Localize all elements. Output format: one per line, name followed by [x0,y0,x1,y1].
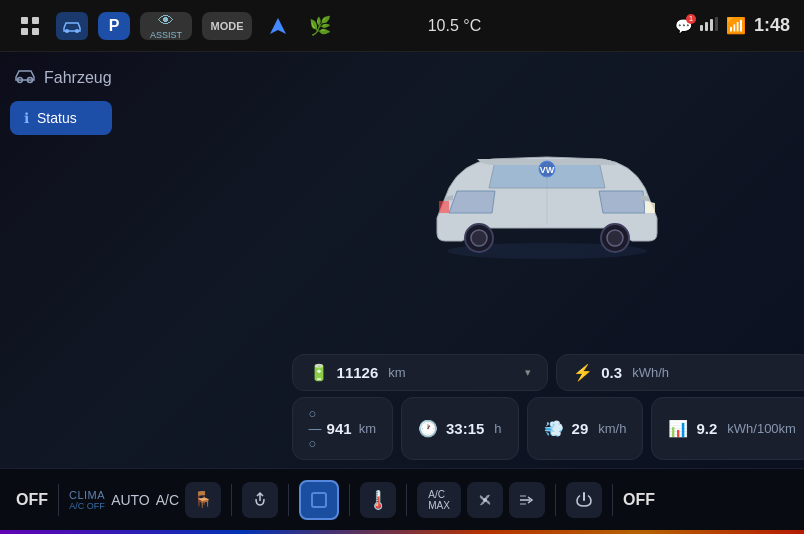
svg-rect-8 [705,22,708,31]
svg-rect-7 [700,25,703,31]
divider-1 [58,484,59,516]
svg-marker-6 [270,18,286,34]
off-label: OFF [16,491,48,509]
section-title: Fahrzeug [10,66,112,89]
svg-rect-0 [21,17,28,24]
divider-3 [288,484,289,516]
temp-icon[interactable]: 🌡️ [360,482,396,518]
eco-icon[interactable]: 🌿 [304,12,336,40]
consumption-unit: kWh/h [632,365,669,380]
airflow-icon[interactable] [509,482,545,518]
auto-label: AUTO [111,492,150,508]
duration-card: 🕐 33:15 h [401,397,519,460]
divider-2 [231,484,232,516]
parking-icon[interactable]: P [98,12,130,40]
info-icon: ℹ [24,110,29,126]
avg-value: 9.2 [696,420,717,437]
mode-icon[interactable]: MODE [202,12,252,40]
stat-row-1: 🔋 11126 km ▾ ⚡ 0.3 kWh/h [292,354,804,391]
speed-value: 29 [572,420,589,437]
svg-point-15 [471,230,487,246]
ac-max-btn[interactable]: A/CMAX [417,482,461,518]
seat-icon[interactable]: 🪑 [185,482,221,518]
control-bar: OFF CLIMA A/C OFF AUTO A/C 🪑 🌡️ A/CMAX [0,468,804,530]
range-value: 941 [327,420,352,437]
odometer-card[interactable]: 🔋 11126 km ▾ [292,354,549,391]
vehicle-icon [14,66,36,89]
consumption-value: 0.3 [601,364,622,381]
clock-icon: 🕐 [418,419,438,438]
avg-consumption-card: 📊 9.2 kWh/100km [651,397,804,460]
status-menu-item[interactable]: ℹ Status [10,101,112,135]
odometer-unit: km [388,365,405,380]
assist-icon[interactable]: 👁 ASSIST [140,12,192,40]
chevron-down-icon[interactable]: ▾ [525,366,531,379]
svg-text:VW: VW [540,165,555,175]
clima-group: CLIMA A/C OFF [69,489,105,511]
speed-icon: 💨 [544,419,564,438]
car-display: VW [122,52,804,344]
message-icon[interactable]: 💬1 [675,18,692,34]
range-icon: ○—○ [309,406,322,451]
speed-unit: km/h [598,421,626,436]
divider-4 [349,484,350,516]
power-off-label: OFF [623,491,655,509]
center-area: VW 🔋 11126 km ▾ ⚡ 0.3 [122,52,804,468]
temperature-display: 10.5 °C [346,17,563,35]
stat-row-2: ○—○ 941 km 🕐 33:15 h 💨 29 km/h 📊 9.2 [292,397,804,460]
svg-point-5 [75,29,79,33]
section-title-text: Fahrzeug [44,69,112,87]
status-indicators: 💬1 📶 1:48 [573,15,790,36]
stats-area: 🔋 11126 km ▾ ⚡ 0.3 kWh/h ○—○ 941 km [122,344,804,468]
svg-point-17 [607,230,623,246]
duration-value: 33:15 [446,420,484,437]
clock: 1:48 [754,15,790,36]
range-card: ○—○ 941 km [292,397,393,460]
duration-unit: h [494,421,501,436]
ac-off-label: A/C OFF [69,501,105,511]
svg-rect-3 [32,28,39,35]
fan-icon[interactable] [467,482,503,518]
divider-7 [612,484,613,516]
avg-unit: kWh/100km [727,421,796,436]
avg-icon: 📊 [668,419,688,438]
power-btn[interactable] [566,482,602,518]
wifi-icon: 📶 [726,16,746,35]
screen-btn[interactable] [299,480,339,520]
range-unit: km [359,421,376,436]
odometer-icon: 🔋 [309,363,329,382]
heat-icon[interactable] [242,482,278,518]
nav-icon[interactable] [262,12,294,40]
clima-label: CLIMA [69,489,105,501]
svg-rect-10 [715,17,718,31]
main-content: Fahrzeug ℹ Status [0,52,804,468]
svg-rect-2 [21,28,28,35]
divider-5 [406,484,407,516]
speed-card: 💨 29 km/h [527,397,644,460]
ac-label: A/C [156,492,179,508]
apps-icon[interactable] [14,12,46,40]
ambient-bar [0,530,804,534]
consumption-icon: ⚡ [573,363,593,382]
status-bar: P 👁 ASSIST MODE 🌿 10.5 °C 💬1 📶 1: [0,0,804,52]
svg-rect-21 [312,493,326,507]
car-image: VW [407,133,687,263]
left-panel: Fahrzeug ℹ Status [0,52,122,468]
temperature-value: 10.5 °C [428,17,482,35]
status-label: Status [37,110,77,126]
car-icon[interactable] [56,12,88,40]
divider-6 [555,484,556,516]
consumption-card: ⚡ 0.3 kWh/h [556,354,804,391]
odometer-value: 11126 [337,364,379,381]
svg-rect-9 [710,19,713,31]
nav-icons: P 👁 ASSIST MODE 🌿 [14,12,336,40]
svg-point-4 [65,29,69,33]
signal-icon [700,17,718,34]
svg-rect-1 [32,17,39,24]
